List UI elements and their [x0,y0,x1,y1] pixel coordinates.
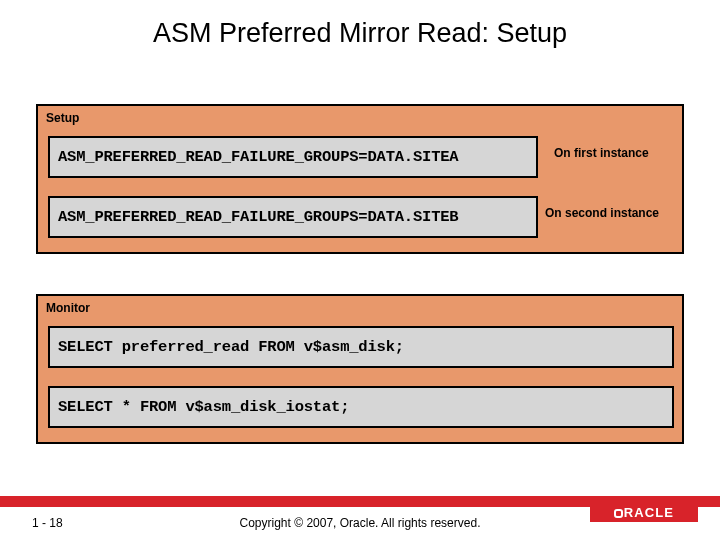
setup-panel: Setup ASM_PREFERRED_READ_FAILURE_GROUPS=… [36,104,684,254]
monitor-code-box-2: SELECT * FROM v$asm_disk_iostat; [48,386,674,428]
oracle-logo: RACLE [590,502,698,522]
setup-code-1: ASM_PREFERRED_READ_FAILURE_GROUPS=DATA.S… [58,148,458,166]
oracle-o-icon [614,509,623,518]
monitor-code-box-1: SELECT preferred_read FROM v$asm_disk; [48,326,674,368]
monitor-code-2: SELECT * FROM v$asm_disk_iostat; [58,398,349,416]
setup-code-box-2: ASM_PREFERRED_READ_FAILURE_GROUPS=DATA.S… [48,196,538,238]
monitor-panel: Monitor SELECT preferred_read FROM v$asm… [36,294,684,444]
setup-annotation-1: On first instance [554,146,649,160]
monitor-code-1: SELECT preferred_read FROM v$asm_disk; [58,338,404,356]
setup-code-box-1: ASM_PREFERRED_READ_FAILURE_GROUPS=DATA.S… [48,136,538,178]
setup-code-2: ASM_PREFERRED_READ_FAILURE_GROUPS=DATA.S… [58,208,458,226]
monitor-label: Monitor [46,301,90,315]
oracle-logo-text: RACLE [614,505,674,520]
page-title: ASM Preferred Mirror Read: Setup [0,0,720,49]
slide: ASM Preferred Mirror Read: Setup Setup A… [0,0,720,540]
setup-label: Setup [46,111,79,125]
footer: 1 - 18 Copyright © 2007, Oracle. All rig… [0,496,720,540]
setup-annotation-2: On second instance [545,206,659,220]
